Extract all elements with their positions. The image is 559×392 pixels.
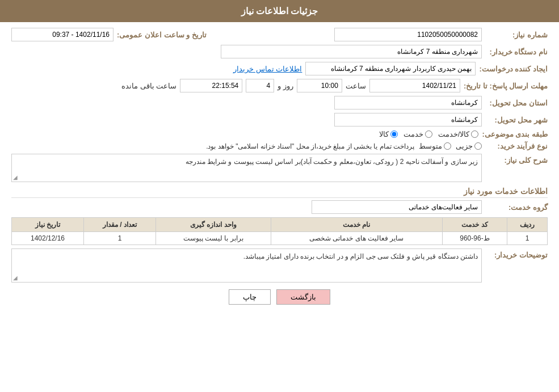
days-label: روز و bbox=[278, 82, 293, 90]
radio-jazee[interactable] bbox=[474, 142, 482, 150]
days-input[interactable] bbox=[246, 79, 274, 92]
buttons-row: بازگشت چاپ bbox=[11, 289, 548, 305]
back-button[interactable]: بازگشت bbox=[276, 289, 330, 305]
radio-motavasset-label: متوسط bbox=[419, 142, 442, 150]
need-desc-label: شرح کلی نیاز: bbox=[485, 154, 548, 165]
city-input[interactable] bbox=[334, 113, 482, 127]
service-group-label: گروه خدمت: bbox=[485, 203, 548, 212]
col-header-name: نام خدمت bbox=[271, 218, 442, 232]
need-number-label: شماره نیاز: bbox=[485, 31, 548, 39]
city-label: شهر محل تحویل: bbox=[485, 116, 548, 124]
buyer-name-input[interactable] bbox=[221, 45, 482, 58]
cell-unit: برابر با لیست پیوست bbox=[155, 232, 271, 245]
category-radio-group: کالا/خدمت خدمت کالا bbox=[379, 130, 479, 138]
resize-handle[interactable]: ◢ bbox=[13, 174, 18, 180]
radio-motavasset[interactable] bbox=[444, 142, 451, 150]
cell-quantity: 1 bbox=[84, 232, 156, 245]
announce-date-label: تاریخ و ساعت اعلان عمومی: bbox=[117, 31, 207, 39]
radio-kala-label: کالا/خدمت bbox=[438, 130, 470, 138]
category-khedmat[interactable]: خدمت bbox=[404, 130, 432, 138]
province-label: استان محل تحویل: bbox=[485, 99, 548, 107]
category-label: طبقه بندی موضوعی: bbox=[482, 130, 548, 138]
cell-service_name: سایر فعالیت های خدماتی شخصی bbox=[271, 232, 442, 245]
deadline-time-label: ساعت bbox=[346, 82, 366, 90]
need-description-text: زیر سازی و آسفالت ناحیه 2 ( رودکی، تعاون… bbox=[186, 158, 478, 166]
cell-service_code: ط-96-960 bbox=[442, 232, 507, 245]
radio-khedmat[interactable] bbox=[425, 130, 432, 138]
radio-kala-only-label: کالا bbox=[379, 130, 389, 138]
col-header-code: کد خدمت bbox=[442, 218, 507, 232]
need-description-box: زیر سازی و آسفالت ناحیه 2 ( رودکی، تعاون… bbox=[11, 154, 482, 182]
radio-jazee-label: جزیی bbox=[456, 142, 473, 150]
col-header-qty: تعداد / مقدار bbox=[84, 218, 156, 232]
remaining-label: ساعت باقی مانده bbox=[121, 82, 176, 90]
cell-date: 1402/12/16 bbox=[12, 232, 84, 245]
announce-date-input[interactable] bbox=[11, 28, 114, 41]
buyer-name-label: نام دستگاه خریدار: bbox=[485, 48, 548, 56]
remaining-time-input[interactable] bbox=[180, 79, 242, 92]
print-button[interactable]: چاپ bbox=[229, 289, 271, 305]
category-kala-only[interactable]: کالا bbox=[379, 130, 398, 138]
page-title: جزئیات اطلاعات نیاز bbox=[241, 6, 318, 16]
col-header-date: تاریخ نیاز bbox=[12, 218, 84, 232]
deadline-date-input[interactable] bbox=[369, 79, 460, 92]
category-kala[interactable]: کالا/خدمت bbox=[438, 130, 479, 138]
page-header: جزئیات اطلاعات نیاز bbox=[0, 0, 559, 22]
province-input[interactable] bbox=[334, 96, 482, 109]
services-section-title: اطلاعات خدمات مورد نیاز bbox=[11, 187, 548, 198]
creator-input[interactable] bbox=[305, 62, 476, 75]
purchase-note: پرداخت تمام یا بخشی از مبلغ خرید،از محل … bbox=[206, 142, 414, 150]
purchase-options: جزیی متوسط پرداخت تمام یا بخشی از مبلغ خ… bbox=[206, 142, 482, 150]
contact-info-link[interactable]: اطلاعات تماس خریدار bbox=[233, 65, 302, 73]
radio-khedmat-label: خدمت bbox=[404, 130, 423, 138]
deadline-label: مهلت ارسال پاسخ: تا تاریخ: bbox=[464, 82, 548, 90]
radio-kala-only[interactable] bbox=[390, 130, 398, 138]
table-row: 1ط-96-960سایر فعالیت های خدماتی شخصیبراب… bbox=[12, 232, 548, 245]
need-number-input[interactable] bbox=[334, 28, 482, 41]
service-group-input[interactable] bbox=[312, 200, 482, 214]
buyer-desc-text: داشتن دستگاه قیر پاش و فلتک سی جی الزام … bbox=[243, 252, 478, 260]
cell-row_num: 1 bbox=[507, 232, 548, 245]
purchase-jazee[interactable]: جزیی bbox=[456, 142, 482, 150]
col-header-unit: واحد اندازه گیری bbox=[155, 218, 271, 232]
buyer-resize-handle[interactable]: ◢ bbox=[13, 275, 18, 281]
purchase-motavasset[interactable]: متوسط bbox=[419, 142, 451, 150]
buyer-desc-box: داشتن دستگاه قیر پاش و فلتک سی جی الزام … bbox=[11, 248, 482, 283]
deadline-time-input[interactable] bbox=[297, 79, 342, 92]
purchase-option-line-1: جزیی متوسط پرداخت تمام یا بخشی از مبلغ خ… bbox=[206, 142, 482, 150]
radio-kala[interactable] bbox=[471, 130, 478, 138]
purchase-type-label: نوع فرآیند خرید: bbox=[485, 142, 548, 150]
services-table: ردیف کد خدمت نام خدمت واحد اندازه گیری ت… bbox=[11, 217, 548, 245]
col-header-row: ردیف bbox=[507, 218, 548, 232]
creator-label: ایجاد کننده درخواست: bbox=[479, 65, 548, 73]
buyer-desc-label: توضیحات خریدار: bbox=[485, 248, 548, 259]
